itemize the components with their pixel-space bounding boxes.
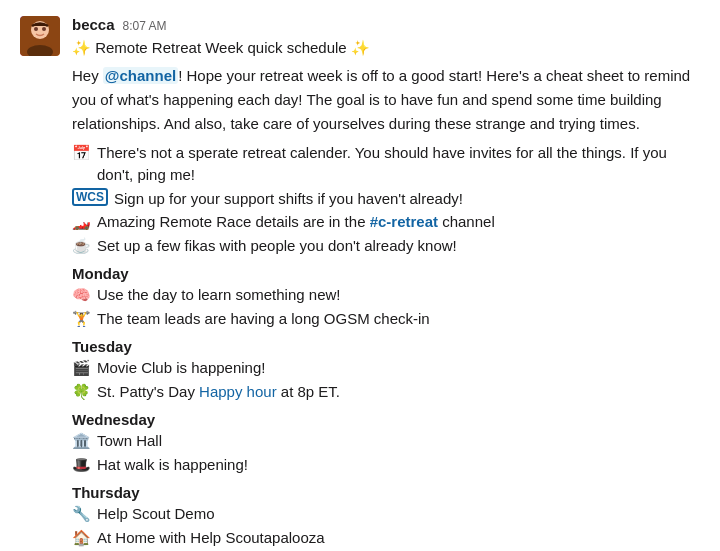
ogsm-emoji: 🏋️ bbox=[72, 308, 91, 331]
day-thursday: Thursday bbox=[72, 484, 700, 501]
day-monday: Monday bbox=[72, 265, 700, 282]
item-text: Amazing Remote Race details are in the #… bbox=[97, 211, 495, 234]
coffee-emoji: ☕ bbox=[72, 235, 91, 258]
list-item: 🏋️ The team leads are having a long OGSM… bbox=[72, 308, 700, 331]
channel-mention[interactable]: @channel bbox=[103, 67, 178, 84]
list-item: 🏛️ Town Hall bbox=[72, 430, 700, 453]
c-retreat-link[interactable]: #c-retreat bbox=[370, 213, 438, 230]
list-item: 🏎️ Amazing Remote Race details are in th… bbox=[72, 211, 700, 234]
svg-point-5 bbox=[42, 27, 46, 31]
item-text: Movie Club is happening! bbox=[97, 357, 265, 380]
item-text: Set up a few fikas with people you don't… bbox=[97, 235, 457, 258]
list-item: 🔧 Help Scout Demo bbox=[72, 503, 700, 526]
title-line: ✨ Remote Retreat Week quick schedule ✨ bbox=[72, 37, 700, 60]
title-text: ✨ Remote Retreat Week quick schedule ✨ bbox=[72, 39, 370, 56]
happy-hour-link[interactable]: Happy hour bbox=[199, 383, 277, 400]
item-text: St. Patty's Day Happy hour at 8p ET. bbox=[97, 381, 340, 404]
item-text: Town Hall bbox=[97, 430, 162, 453]
avatar-image bbox=[20, 16, 60, 56]
townhall-emoji: 🏛️ bbox=[72, 430, 91, 453]
list-item: 🧠 Use the day to learn something new! bbox=[72, 284, 700, 307]
clover-emoji: 🍀 bbox=[72, 381, 91, 404]
wcs-badge: WCS bbox=[72, 188, 108, 206]
item-text: At Home with Help Scoutapalooza bbox=[97, 527, 325, 550]
list-item: 🎬 Movie Club is happening! bbox=[72, 357, 700, 380]
helpscout-emoji: 🔧 bbox=[72, 503, 91, 526]
item-text: Help Scout Demo bbox=[97, 503, 215, 526]
brain-emoji: 🧠 bbox=[72, 284, 91, 307]
race-emoji: 🏎️ bbox=[72, 211, 91, 234]
item-text: Hat walk is happening! bbox=[97, 454, 248, 477]
avatar bbox=[20, 16, 60, 56]
day-tuesday: Tuesday bbox=[72, 338, 700, 355]
item-text: Use the day to learn something new! bbox=[97, 284, 340, 307]
list-item: 📅 There's not a sperate retreat calender… bbox=[72, 142, 700, 187]
item-text: There's not a sperate retreat calender. … bbox=[97, 142, 700, 187]
list-item: WCS Sign up for your support shifts if y… bbox=[72, 188, 700, 211]
hat-emoji: 🎩 bbox=[72, 454, 91, 477]
message: becca 8:07 AM ✨ Remote Retreat Week quic… bbox=[0, 0, 720, 551]
message-header: becca 8:07 AM bbox=[72, 16, 700, 33]
message-content: becca 8:07 AM ✨ Remote Retreat Week quic… bbox=[72, 16, 700, 551]
body-text: Hey @channel! Hope your retreat week is … bbox=[72, 64, 700, 136]
home-emoji: 🏠 bbox=[72, 527, 91, 550]
item-text: The team leads are having a long OGSM ch… bbox=[97, 308, 430, 331]
list-item: 🏠 At Home with Help Scoutapalooza bbox=[72, 527, 700, 550]
username: becca bbox=[72, 16, 115, 33]
calendar-emoji: 📅 bbox=[72, 142, 91, 165]
day-wednesday: Wednesday bbox=[72, 411, 700, 428]
list-item: ☕ Set up a few fikas with people you don… bbox=[72, 235, 700, 258]
svg-point-4 bbox=[34, 27, 38, 31]
list-item: 🍀 St. Patty's Day Happy hour at 8p ET. bbox=[72, 381, 700, 404]
list-item: 🎩 Hat walk is happening! bbox=[72, 454, 700, 477]
movie-emoji: 🎬 bbox=[72, 357, 91, 380]
item-text: Sign up for your support shifts if you h… bbox=[114, 188, 463, 211]
timestamp: 8:07 AM bbox=[123, 19, 167, 33]
